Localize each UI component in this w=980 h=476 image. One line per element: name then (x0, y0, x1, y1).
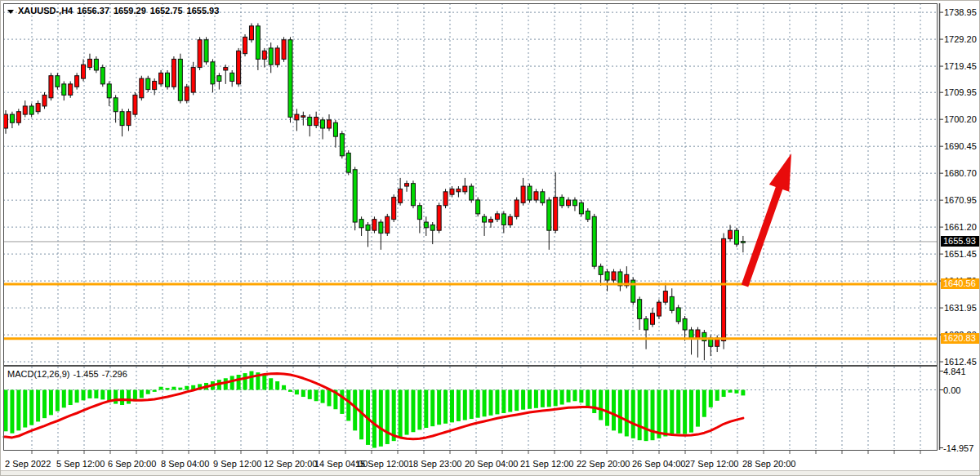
candle-body (353, 170, 357, 222)
candle-body (470, 186, 474, 200)
candle-body (734, 230, 738, 244)
macd-histogram-bar (443, 390, 448, 424)
candle-body (249, 26, 253, 40)
candle-body (508, 216, 512, 225)
macd-histogram-bar (385, 390, 390, 444)
price-axis-label: 1709.95 (944, 87, 977, 97)
status-bar (1, 470, 980, 476)
macd-histogram-bar (114, 390, 118, 404)
macd-histogram-bar (514, 390, 519, 411)
macd-histogram-bar (663, 390, 667, 437)
candle-body (198, 40, 202, 68)
close-value: 1655.93 (187, 6, 220, 16)
candle-body (670, 296, 674, 310)
candle-body (340, 134, 344, 156)
candle-body (314, 117, 318, 125)
macd-histogram-bar (237, 375, 241, 390)
macd-histogram-bar (178, 388, 182, 390)
macd-histogram-bar (411, 390, 415, 433)
candle-body (366, 225, 370, 230)
macd-histogram-bar (547, 390, 551, 407)
candle-body (541, 192, 545, 203)
candle-body (262, 51, 266, 59)
candle-body (528, 186, 532, 200)
macd-histogram-bar (734, 390, 738, 394)
macd-histogram-bar (572, 390, 577, 402)
macd-histogram-bar (463, 390, 467, 420)
candle-body (140, 78, 144, 98)
macd-histogram-bar (625, 390, 629, 437)
candle-body (127, 112, 131, 126)
macd-histogram-bar (631, 390, 635, 438)
macd-axis-label: 0.00 (943, 385, 960, 395)
candle-body (430, 225, 434, 230)
candle-body (114, 98, 118, 112)
macd-histogram-bar (10, 390, 14, 434)
time-axis-label: 2 Sep 2022 (5, 459, 51, 469)
macd-histogram-bar (586, 390, 590, 407)
candle-body (94, 59, 98, 70)
macd-histogram-bar (489, 390, 493, 416)
macd-histogram-bar (153, 390, 157, 392)
macd-histogram-bar (541, 390, 545, 407)
candle-body (651, 314, 655, 325)
candle-body (120, 112, 124, 126)
macd-histogram-bar (100, 390, 105, 400)
candle-body (392, 198, 396, 220)
macd-histogram-bar (450, 390, 454, 423)
macd-histogram-bar (4, 390, 8, 432)
candle-body (417, 206, 421, 220)
candle-body (191, 68, 195, 92)
panel-divider[interactable] (3, 364, 938, 367)
candle-body (399, 189, 403, 202)
macd-histogram-bar (728, 390, 733, 393)
candle-body (638, 300, 642, 319)
candle-body (683, 318, 687, 330)
candle-body (204, 40, 208, 62)
macd-axis-label: 4.841 (943, 367, 966, 376)
candle-body (321, 120, 325, 128)
candle-body (741, 242, 745, 243)
macd-histogram-bar (282, 385, 286, 390)
macd-histogram-bar (683, 390, 687, 434)
macd-histogram-bar (321, 390, 325, 403)
macd-histogram-bar (94, 390, 98, 398)
candle-body (153, 82, 157, 90)
macd-histogram-bar (120, 390, 124, 406)
candle-body (592, 216, 596, 266)
macd-histogram-bar (327, 390, 332, 407)
chart-background (3, 3, 938, 450)
candle-body (211, 62, 215, 84)
macd-histogram-bar (638, 390, 642, 441)
macd-histogram-bar (379, 390, 383, 447)
time-axis-label: 27 Sep 12:00 (685, 459, 738, 469)
macd-histogram-bar (295, 390, 299, 395)
candle-body (443, 192, 448, 206)
candle-body (579, 202, 583, 214)
candle-body (23, 106, 27, 114)
time-axis-label: 28 Sep 20:00 (742, 459, 795, 469)
macd-histogram-bar (657, 390, 661, 438)
candle-body (379, 222, 383, 234)
macd-histogram-bar (495, 390, 499, 415)
candle-body (547, 200, 551, 230)
time-axis-label: 9 Sep 12:00 (213, 459, 261, 469)
candle-body (411, 184, 415, 206)
level-price-badge: 1640.56 (941, 278, 980, 289)
candle-body (301, 116, 305, 118)
macd-histogram-bar (592, 390, 596, 413)
macd-signal-value: -7.296 (102, 369, 127, 379)
macd-histogram-bar (670, 390, 674, 435)
candle-body (87, 59, 91, 67)
candle-body (372, 220, 376, 231)
candle-body (269, 48, 273, 65)
candle-body (612, 272, 616, 280)
chart-canvas[interactable] (1, 1, 980, 476)
macd-histogram-bar (166, 388, 170, 389)
candle-body (256, 26, 260, 60)
macd-histogram-bar (69, 390, 73, 406)
candle-body (327, 120, 332, 128)
candle-body (722, 238, 726, 340)
macd-histogram-bar (159, 387, 163, 390)
candle-body (605, 272, 609, 280)
